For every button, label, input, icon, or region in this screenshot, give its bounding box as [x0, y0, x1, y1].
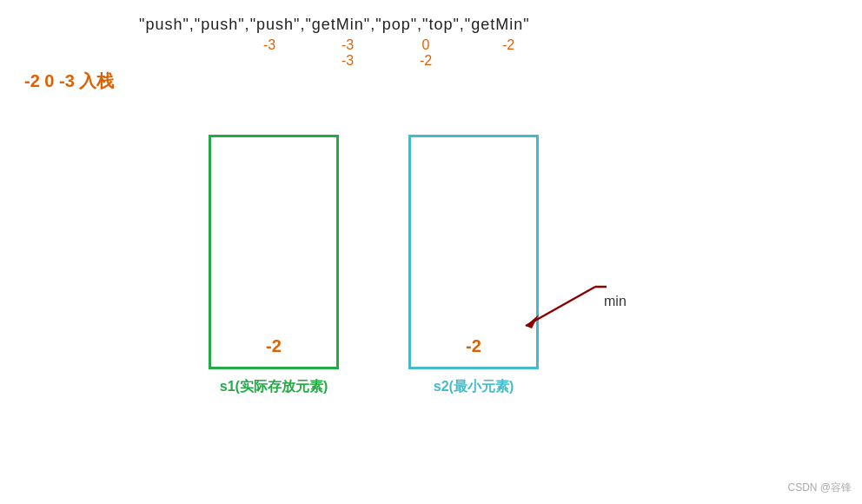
- result-pop: -3-3: [322, 37, 374, 69]
- result-top: 0-2: [408, 37, 443, 69]
- stack2-value: -2: [411, 336, 536, 356]
- stack2-container: -2 s2(最小元素): [408, 135, 539, 396]
- operations-area: "push","push","push","getMin","pop","top…: [139, 16, 845, 69]
- stack2-label: s2(最小元素): [434, 378, 514, 396]
- stack1-label: s1(实际存放元素): [220, 378, 328, 396]
- results-row: -3 -3-3 0-2 -2: [139, 37, 526, 69]
- svg-line-0: [526, 287, 595, 326]
- operations-row: "push","push","push","getMin","pop","top…: [139, 16, 530, 34]
- stack1-value: -2: [211, 336, 336, 356]
- csdn-watermark: CSDN @容锋: [787, 481, 852, 495]
- stacks-area: -2 s1(实际存放元素) -2 s2(最小元素): [209, 135, 539, 396]
- min-arrow: [461, 269, 608, 339]
- stack1-box: -2: [209, 135, 339, 369]
- result-getmin1: -3: [243, 37, 295, 53]
- svg-marker-1: [526, 315, 539, 328]
- min-label: min: [604, 294, 627, 309]
- stack1-container: -2 s1(实际存放元素): [209, 135, 339, 396]
- result-getmin2: -2: [491, 37, 526, 53]
- entry-label: -2 0 -3 入栈: [24, 70, 114, 93]
